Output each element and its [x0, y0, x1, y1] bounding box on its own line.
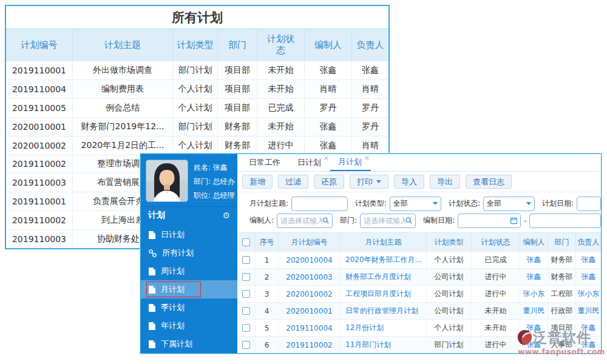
search-icon[interactable]	[322, 217, 329, 224]
sidebar-item-季计划[interactable]: 季计划	[141, 298, 237, 317]
toolbar-button-导出[interactable]: 导出	[430, 175, 460, 189]
tab-日常工作[interactable]: 日常工作	[241, 154, 290, 171]
table-row[interactable]: 2019110004编制费用表个人计划项目部未开始肖晴肖晴	[6, 79, 388, 98]
filter-area: 月计划主题:计划类型:全部计划状态:全部计划日期: 编制人:部门:编制日期:-	[237, 192, 601, 232]
row-checkbox[interactable]	[242, 273, 250, 281]
plan-no-link[interactable]: 2019110002	[286, 341, 332, 349]
table-row[interactable]: 2019110005例会总结个人计划项目部已完成罗丹罗丹	[6, 98, 388, 117]
search-icon[interactable]	[405, 217, 412, 224]
dept-cell: 财务部	[548, 252, 576, 268]
plan-cell: 项目部	[218, 80, 257, 98]
sidebar-item-label: 月计划	[161, 284, 185, 295]
row-checkbox[interactable]	[242, 307, 250, 315]
monthly-header-cell: 月计划编号	[279, 233, 341, 251]
toolbar-button-过滤[interactable]: 过滤	[278, 175, 308, 189]
plan-cell: 部门计划	[173, 118, 218, 136]
creator-link[interactable]: 张小东	[523, 289, 545, 299]
file-icon	[149, 268, 155, 275]
sidebar-section-label: 计划	[148, 210, 165, 221]
sidebar-item-inner: 所有计划	[149, 248, 194, 258]
sidebar-item-月计划[interactable]: 月计划	[141, 280, 237, 298]
subject-cell: 11月部门计划	[341, 337, 427, 353]
watermark-url: www.fanpusoft.com	[517, 348, 606, 356]
row-checkbox-cell	[237, 269, 256, 285]
sidebar-item-下属计划[interactable]: 下属计划	[141, 335, 237, 353]
subject-cell: 2020年财务部工作月...	[341, 252, 427, 268]
plan-cell: 2019110003	[6, 230, 73, 248]
all-plans-title: 所有计划	[6, 6, 388, 29]
tab-日计划[interactable]: 日计划×	[290, 154, 330, 171]
sidebar: 姓名: 张鑫 部门: 总经办 职位: 总经理 计划 ⚙ 日计划所有计划周计划月计…	[141, 154, 237, 353]
toolbar-button-打印[interactable]: 打印	[350, 175, 388, 189]
row-checkbox[interactable]	[242, 256, 250, 264]
row-checkbox[interactable]	[242, 341, 250, 349]
table-row[interactable]: 22020010003财务部工作月度计划公司计划进行中张鑫财务部张鑫	[237, 268, 601, 285]
owner-link[interactable]: 张鑫	[582, 255, 596, 265]
table-row[interactable]: 2020010001财务部门2019年12...部门计划财务部未开始张鑫罗丹	[6, 117, 388, 136]
toolbar-button-还原[interactable]: 还原	[314, 175, 344, 189]
filter-text-input[interactable]	[295, 200, 344, 208]
owner-link[interactable]: 张鑫	[582, 272, 596, 282]
owner-link[interactable]: 张小东	[578, 289, 600, 299]
select-all-checkbox[interactable]	[242, 238, 250, 246]
calendar-icon[interactable]	[510, 217, 517, 224]
creator-cell: 董川民	[520, 303, 548, 319]
tab-close-icon[interactable]: ×	[324, 155, 329, 161]
filter-select[interactable]: 全部	[390, 197, 441, 211]
sidebar-item-日计划[interactable]: 日计划	[141, 226, 237, 244]
sidebar-item-周计划[interactable]: 周计划	[141, 262, 237, 280]
owner-link[interactable]: 董川民	[578, 306, 600, 316]
table-row[interactable]: 2019110001外出做市场调查部门计划项目部未开始张鑫张鑫	[6, 61, 388, 79]
table-row[interactable]: 20200100022020年1月2日的工...个人计划财务部进行中张鑫肖晴	[6, 136, 388, 155]
filter-select[interactable]: 全部	[483, 197, 535, 211]
sidebar-item-所有计划[interactable]: 所有计划	[141, 244, 237, 262]
sidebar-item-年计划[interactable]: 年计划	[141, 317, 237, 335]
gear-icon[interactable]: ⚙	[222, 211, 230, 220]
subject-link[interactable]: 11月部门计划	[345, 340, 391, 350]
all-plans-header-cell: 计划编号	[6, 29, 73, 61]
all-plans-header-label: 计划类型	[177, 39, 214, 51]
plan-cell: 编制费用表	[73, 80, 173, 98]
tab-close-icon[interactable]: ×	[364, 155, 370, 161]
creator-link[interactable]: 张鑫	[527, 255, 541, 265]
subject-cell: 12月份计划	[341, 320, 427, 336]
row-checkbox[interactable]	[242, 324, 250, 332]
table-row[interactable]: 32020010002工程项目部月度计划公司计划进行中张小东工程部张小东	[237, 285, 601, 302]
subject-link[interactable]: 日常的行政管理月计划	[345, 306, 418, 316]
filter-date-input-end[interactable]	[533, 217, 597, 225]
type-cell: 个人计划	[427, 252, 472, 268]
plan-no-link[interactable]: 2020010002	[286, 290, 332, 298]
plan-cell: 未开始	[257, 118, 305, 136]
plan-cell: 张鑫	[305, 118, 352, 136]
toolbar-button-查看日志[interactable]: 查看日志	[466, 175, 512, 189]
plan-no-link[interactable]: 2020010003	[286, 273, 332, 281]
filter-search-input[interactable]	[364, 217, 405, 225]
table-row[interactable]: 42020010001日常的行政管理月计划公司计划未开始董川民行政部董川民	[237, 302, 601, 319]
row-checkbox[interactable]	[242, 290, 250, 298]
creator-link[interactable]: 张鑫	[527, 272, 541, 282]
file-icon	[149, 340, 155, 348]
filter-date-input[interactable]	[461, 217, 510, 225]
filter-search-input[interactable]	[280, 217, 322, 225]
plan-cell: 2020010002	[6, 136, 73, 155]
chevron-down-icon	[433, 202, 438, 205]
plan-no-cell: 2020010002	[279, 286, 341, 302]
table-row[interactable]: 120200100042020年财务部工作月...个人计划已完成张鑫财务部张鑫	[237, 251, 601, 268]
creator-link[interactable]: 董川民	[523, 306, 545, 316]
toolbar-button-导入[interactable]: 导入	[394, 175, 424, 189]
main-panel: 日常工作日计划×月计划× 新增过滤还原打印导入导出查看日志 月计划主题:计划类型…	[237, 154, 601, 353]
plan-no-link[interactable]: 2020010001	[286, 307, 332, 315]
subject-link[interactable]: 工程项目部月度计划	[345, 289, 411, 299]
plan-no-link[interactable]: 2020010004	[286, 256, 332, 265]
tab-月计划[interactable]: 月计划×	[330, 154, 371, 171]
plan-cell: 个人计划	[173, 136, 218, 155]
dept-cell: 财务部	[548, 269, 576, 285]
subject-link[interactable]: 2020年财务部工作月...	[345, 255, 422, 265]
subject-link[interactable]: 12月份计划	[345, 323, 384, 333]
all-plans-header-cell: 部门	[218, 29, 257, 61]
plan-cell: 2019110003	[6, 174, 73, 192]
toolbar-button-新增[interactable]: 新增	[242, 175, 273, 189]
filter-text-input[interactable]	[580, 200, 597, 208]
subject-link[interactable]: 财务部工作月度计划	[345, 272, 411, 282]
plan-no-link[interactable]: 2019110004	[286, 324, 332, 332]
